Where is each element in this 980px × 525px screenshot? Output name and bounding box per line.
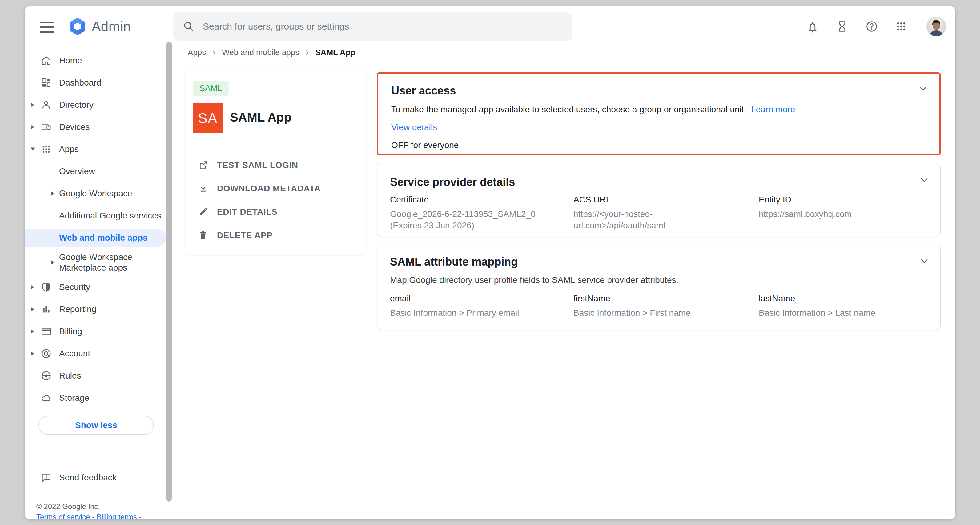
chevron-right-icon bbox=[211, 49, 217, 56]
entity-id-field: Entity ID https://saml.boxyhq.com bbox=[759, 195, 937, 220]
sidebar-item-home[interactable]: Home bbox=[25, 49, 172, 72]
breadcrumb-current: SAML App bbox=[315, 48, 355, 57]
user-access-card: User access To make the managed app avai… bbox=[377, 72, 940, 155]
content-area: Apps Web and mobile apps SAML App SAML S… bbox=[172, 47, 955, 519]
card-divider bbox=[185, 144, 366, 144]
user-access-title: User access bbox=[391, 84, 456, 97]
attribute-mapping-subtitle: Map Google directory user profile fields… bbox=[390, 275, 678, 285]
sidebar-item-apps[interactable]: Apps bbox=[25, 138, 172, 160]
help-icon bbox=[865, 20, 878, 33]
bell-icon bbox=[806, 20, 819, 33]
copyright-text: © 2022 Google Inc. bbox=[36, 502, 141, 511]
sidebar-item-overview[interactable]: Overview bbox=[25, 160, 172, 183]
home-icon bbox=[40, 54, 53, 67]
search-icon bbox=[183, 20, 195, 33]
person-icon bbox=[40, 98, 53, 112]
sidebar-item-dashboard[interactable]: Dashboard bbox=[25, 72, 172, 94]
sidebar-item-billing[interactable]: Billing bbox=[25, 320, 172, 342]
breadcrumb-apps[interactable]: Apps bbox=[188, 48, 206, 57]
sidebar-item-directory[interactable]: Directory bbox=[25, 94, 172, 116]
app-actions: TEST SAML LOGIN DOWNLOAD METADATA bbox=[185, 154, 366, 247]
product-name: Admin bbox=[92, 19, 131, 34]
at-sign-icon bbox=[40, 347, 53, 360]
billing-terms-link[interactable]: Billing terms bbox=[97, 513, 137, 519]
notifications-button[interactable] bbox=[805, 19, 820, 34]
bar-chart-icon bbox=[40, 302, 53, 316]
certificate-field: Certificate Google_2026-6-22-113953_SAML… bbox=[390, 195, 568, 231]
delete-app-button[interactable]: DELETE APP bbox=[185, 224, 366, 247]
expand-right-icon bbox=[31, 285, 34, 289]
admin-hexagon-logo-icon bbox=[69, 17, 86, 36]
edit-details-button[interactable]: EDIT DETAILS bbox=[185, 200, 366, 224]
chevron-down-icon[interactable] bbox=[919, 255, 930, 267]
help-button[interactable] bbox=[864, 19, 879, 34]
terms-of-service-link[interactable]: Terms of service bbox=[36, 513, 90, 519]
app-avatar: SA bbox=[192, 103, 223, 133]
sidebar-item-additional-google-services[interactable]: Additional Google services bbox=[25, 205, 172, 227]
sidebar-item-account[interactable]: Account bbox=[25, 342, 172, 365]
apps-grid-icon bbox=[894, 20, 908, 33]
sidebar-item-storage[interactable]: Storage bbox=[25, 387, 172, 409]
wheel-icon bbox=[40, 369, 53, 382]
cloud-icon bbox=[40, 391, 53, 405]
expand-right-icon bbox=[51, 260, 54, 265]
sidebar-scrollbar[interactable] bbox=[166, 41, 172, 502]
shield-icon bbox=[40, 280, 53, 294]
app-summary-card: SAML SA SAML App TEST SAML LOGIN bbox=[185, 71, 366, 255]
search-input[interactable] bbox=[203, 21, 563, 32]
credit-card-icon bbox=[40, 325, 53, 338]
header-icon-buttons bbox=[805, 6, 946, 47]
breadcrumb-web-and-mobile-apps[interactable]: Web and mobile apps bbox=[222, 48, 299, 57]
breadcrumb: Apps Web and mobile apps SAML App bbox=[172, 47, 955, 59]
attribute-mapping-title: SAML attribute mapping bbox=[390, 255, 518, 268]
firstname-mapping-field: firstName Basic Information > First name bbox=[573, 294, 752, 318]
collapse-down-icon bbox=[31, 148, 35, 151]
hourglass-icon bbox=[835, 20, 849, 33]
test-saml-login-button[interactable]: TEST SAML LOGIN bbox=[185, 154, 366, 177]
pending-tasks-button[interactable] bbox=[835, 19, 850, 34]
user-access-status: OFF for everyone bbox=[391, 140, 458, 150]
admin-console-window: Admin bbox=[25, 6, 955, 519]
chevron-right-icon bbox=[304, 49, 310, 56]
sidebar-item-google-workspace[interactable]: Google Workspace bbox=[25, 183, 172, 205]
main-panel: SAML SA SAML App TEST SAML LOGIN bbox=[172, 59, 955, 519]
devices-icon bbox=[40, 120, 53, 134]
avatar-photo bbox=[926, 17, 946, 36]
email-mapping-field: email Basic Information > Primary email bbox=[390, 294, 568, 318]
sidebar-item-web-and-mobile-apps[interactable]: Web and mobile apps bbox=[25, 227, 172, 249]
google-apps-launcher-button[interactable] bbox=[894, 19, 908, 34]
search-bar[interactable] bbox=[173, 12, 572, 41]
send-feedback-button[interactable]: Send feedback bbox=[25, 466, 172, 489]
chevron-down-icon[interactable] bbox=[918, 83, 929, 94]
sidebar-divider bbox=[25, 458, 172, 458]
chevron-down-icon[interactable] bbox=[919, 175, 930, 186]
view-details-link[interactable]: View details bbox=[391, 123, 437, 132]
top-app-bar: Admin bbox=[25, 6, 955, 47]
dashboard-icon bbox=[40, 76, 53, 89]
hamburger-menu-icon[interactable] bbox=[40, 22, 54, 33]
expand-right-icon bbox=[31, 307, 34, 312]
sidebar-item-marketplace-apps[interactable]: Google Workspace Marketplace apps bbox=[25, 249, 172, 276]
footer-links: Terms of service - Billing terms - bbox=[36, 513, 141, 519]
google-admin-logo: Admin bbox=[69, 17, 131, 36]
app-title: SAML App bbox=[230, 110, 291, 124]
show-less-button[interactable]: Show less bbox=[38, 416, 154, 435]
sidebar-item-rules[interactable]: Rules bbox=[25, 365, 172, 387]
attribute-mapping-card: SAML attribute mapping Map Google direct… bbox=[377, 245, 940, 330]
download-metadata-button[interactable]: DOWNLOAD METADATA bbox=[185, 177, 366, 200]
expand-right-icon bbox=[51, 191, 54, 196]
expand-right-icon bbox=[31, 329, 34, 334]
trash-icon bbox=[197, 229, 209, 241]
expand-right-icon bbox=[31, 352, 34, 356]
download-icon bbox=[197, 183, 209, 194]
pencil-icon bbox=[197, 206, 209, 218]
sidebar-item-devices[interactable]: Devices bbox=[25, 116, 172, 138]
account-avatar[interactable] bbox=[926, 17, 946, 36]
apps-grid-icon bbox=[40, 143, 53, 156]
saml-type-badge: SAML bbox=[192, 81, 229, 96]
learn-more-link[interactable]: Learn more bbox=[751, 105, 795, 114]
sidebar-item-reporting[interactable]: Reporting bbox=[25, 298, 172, 320]
sidebar-item-security[interactable]: Security bbox=[25, 276, 172, 298]
open-in-new-icon bbox=[197, 159, 209, 171]
body-row: Home Dashboard bbox=[25, 47, 955, 519]
